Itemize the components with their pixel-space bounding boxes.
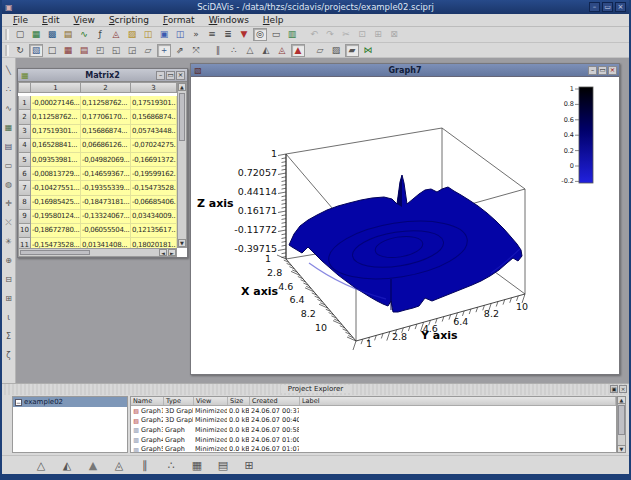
menu-format[interactable]: Format [156, 15, 202, 25]
rotate-view-button[interactable]: ↻ [13, 44, 27, 57]
matrix-row-header-10[interactable]: 10 [18, 224, 31, 238]
explorer-close-button[interactable]: × [619, 385, 627, 393]
matrix-row-header-8[interactable]: 8 [18, 196, 31, 210]
tree-item-example02[interactable]: − example02 [13, 397, 127, 407]
new-note-button[interactable]: ▤ [61, 28, 75, 41]
new-function-plot-button[interactable]: ƒ [93, 28, 107, 41]
matrix-cell[interactable]: 0,06686126... [81, 139, 131, 153]
cut-selection-button[interactable]: ✂ [339, 28, 353, 41]
matrix-close-button[interactable]: × [176, 71, 185, 80]
explorer-scroll-up-icon[interactable]: ▲ [617, 396, 626, 404]
matrix-cell[interactable]: -0,18473181... [81, 196, 131, 210]
style-points-button[interactable]: ∴ [163, 458, 179, 473]
redo-button[interactable]: ↷ [323, 28, 337, 41]
style-flat-contour-button[interactable]: ▤ [215, 458, 231, 473]
minimize-button[interactable]: – [589, 2, 600, 12]
screen-reader-button[interactable]: ▭ [3, 159, 15, 172]
polygon-only-button[interactable]: ▲ [291, 44, 305, 57]
matrix-cell[interactable]: -0,15473528... [131, 181, 177, 195]
explorer-row-graph4[interactable]: ▥Graph4GraphMinimized0.0 kB24.06.07 01:0… [131, 435, 616, 445]
style-polygon-button[interactable]: ▲ [85, 458, 101, 473]
floor-data-button[interactable]: ▱ [313, 44, 327, 57]
matrix-row-header-4[interactable]: 4 [18, 139, 31, 153]
style-contour-button[interactable]: ▦ [189, 458, 205, 473]
new-project-button[interactable]: ▢ [13, 28, 27, 41]
open-project-button[interactable]: ▨ [125, 28, 139, 41]
menu-edit[interactable]: Edit [35, 15, 66, 25]
select-data-range-button[interactable]: ∿ [3, 102, 15, 115]
matrix-cell[interactable]: 0,09353981... [31, 153, 81, 167]
matrix-cell[interactable]: 0,03434009... [131, 210, 177, 224]
draw-line-button[interactable]: ╲ [3, 64, 15, 77]
matrix-cell[interactable]: 0,15686874... [131, 110, 177, 124]
magic-tool-button[interactable]: ✳ [3, 235, 15, 248]
matrix-minimize-button[interactable]: – [156, 71, 165, 80]
matrix-vscroll-thumb[interactable] [179, 93, 185, 141]
floor-projection-button[interactable]: ▱ [141, 44, 155, 57]
maximize-button[interactable]: ▭ [602, 2, 613, 12]
matrix-row-header-3[interactable]: 3 [18, 125, 31, 139]
graph-restore-button[interactable]: ▭ [598, 66, 607, 75]
matrix-cell[interactable]: -0,00813729... [31, 167, 81, 181]
new-3d-surface-button[interactable]: ◬ [109, 28, 123, 41]
explorer-vscroll-thumb[interactable] [618, 405, 625, 435]
style-bars-button[interactable]: ∥ [137, 458, 153, 473]
undo-button[interactable]: ↶ [307, 28, 321, 41]
matrix-cell[interactable]: 0,11258762... [81, 96, 131, 110]
matrix-cell[interactable]: -0,19355339... [81, 181, 131, 195]
save-project-button[interactable]: ▣ [157, 28, 171, 41]
matrix-row-header-1[interactable]: 1 [18, 96, 31, 110]
wireframe-button[interactable]: △ [243, 44, 257, 57]
delete-selection-button[interactable]: ⊠ [387, 28, 401, 41]
new-table-button[interactable]: ▦ [29, 28, 43, 41]
matrix-cell[interactable]: 0,15686874... [81, 125, 131, 139]
move-points-button[interactable]: ✛ [3, 197, 15, 210]
matrix-cell[interactable]: -0,19580124... [31, 210, 81, 224]
explorer-col-header-view[interactable]: View [194, 397, 228, 405]
frame-back-button[interactable]: ◱ [109, 44, 123, 57]
grid-floor-button[interactable]: ▤ [77, 44, 91, 57]
menu-file[interactable]: File [6, 15, 35, 25]
matrix-hscroll-thumb[interactable] [20, 250, 90, 255]
project-tree-pane[interactable]: − example02 [12, 396, 128, 453]
matrix-cell[interactable]: -0,07024275... [131, 139, 177, 153]
import-ascii-button[interactable]: » [189, 28, 203, 41]
explorer-col-header-size[interactable]: Size [228, 397, 250, 405]
floor-filled-button[interactable]: ▰ [345, 44, 359, 57]
matrix-cell[interactable]: -0,06685406... [131, 196, 177, 210]
graph-minimize-button[interactable]: – [588, 66, 597, 75]
matrix-row-header-9[interactable]: 9 [18, 210, 31, 224]
project-explorer-title-bar[interactable]: Project Explorer ▣ × [2, 384, 629, 395]
matrix-cell[interactable]: 0,05743448... [131, 125, 177, 139]
project-explorer-toggle-button[interactable]: ▥ [285, 28, 299, 41]
style-hidden-line-button[interactable]: ◭ [59, 458, 75, 473]
scroll-left-icon[interactable]: ◄ [159, 249, 167, 256]
matrix-cell[interactable]: -0,18672780... [31, 224, 81, 238]
menu-help[interactable]: Help [256, 15, 291, 25]
scatter-plot-button[interactable]: ∴ [227, 44, 241, 57]
matrix-restore-button[interactable]: ▭ [166, 71, 175, 80]
remove-points-button[interactable]: ⤬ [3, 216, 15, 229]
explorer-dock-button[interactable]: ▣ [610, 385, 618, 393]
matrix-row-header-7[interactable]: 7 [18, 181, 31, 195]
zoom-tool-button[interactable]: ◎ [253, 28, 267, 41]
add-curve-button[interactable]: ζ [3, 349, 15, 362]
matrix-title-bar[interactable]: ▦ Matrix2 – ▭ × [18, 69, 187, 81]
explorer-row-graph2[interactable]: ▧Graph23D GraphMinimized0.0 kB24.06.07 0… [131, 416, 616, 426]
matrix-hscrollbar[interactable]: ◄ ► [18, 248, 177, 257]
menu-windows[interactable]: Windows [202, 15, 256, 25]
explorer-row-graph3[interactable]: ▥Graph3GraphMinimized0.0 kB24.06.07 00:5… [131, 425, 616, 435]
plot-3d-canvas[interactable]: 12.84.66.48.21012.84.66.48.21010.720570.… [191, 76, 619, 374]
scroll-up-icon[interactable]: ▲ [178, 83, 186, 91]
graph-close-button[interactable]: × [608, 66, 617, 75]
matrix-cell[interactable]: 0,12135617... [131, 224, 177, 238]
explorer-vscrollbar[interactable]: ▲ ▼ [617, 396, 626, 453]
matrix-cell[interactable]: -0,10427551... [31, 181, 81, 195]
explorer-col-header-name[interactable]: Name [131, 397, 164, 405]
scroll-down-icon[interactable]: ▼ [178, 239, 186, 247]
framed-box-button[interactable]: ▧ [29, 44, 43, 57]
explorer-scroll-down-icon[interactable]: ▼ [617, 445, 626, 453]
matrix-cell[interactable]: -0,16691372... [131, 153, 177, 167]
duplicate-window-button[interactable]: ▭ [269, 28, 283, 41]
explorer-col-header-type[interactable]: Type [164, 397, 194, 405]
